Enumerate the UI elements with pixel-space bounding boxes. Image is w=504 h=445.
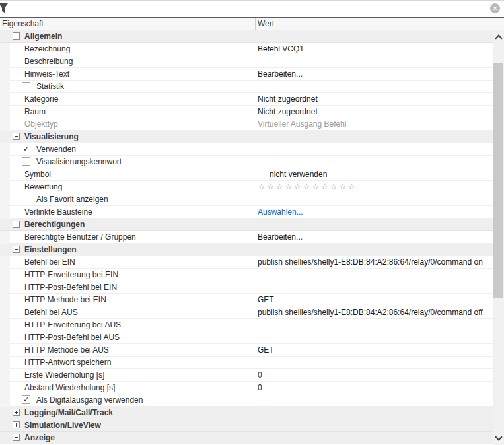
property-row-hinweis-text[interactable]: Hinweis-TextBearbeiten... bbox=[0, 68, 493, 81]
tree-gutter bbox=[0, 156, 10, 168]
value-cell[interactable]: GET bbox=[258, 344, 274, 356]
filter-input[interactable] bbox=[11, 1, 476, 17]
value-link[interactable]: Auswählen... bbox=[258, 206, 303, 218]
tree-gutter bbox=[0, 319, 10, 331]
property-row-bezeichnung[interactable]: BezeichnungBefehl VCQ1 bbox=[0, 43, 493, 55]
value-cell[interactable]: Bearbeiten... bbox=[258, 68, 303, 80]
tree-gutter bbox=[0, 331, 10, 344]
property-row-als-favorit-anzeigen[interactable]: Als Favorit anzeigen bbox=[0, 193, 493, 206]
clear-filter-icon[interactable]: × bbox=[490, 3, 500, 13]
property-row-raum[interactable]: RaumNicht zugeordnet bbox=[0, 106, 493, 118]
row-label: Einstellungen bbox=[24, 244, 77, 256]
star-rating[interactable]: ☆☆☆☆☆☆☆☆☆☆☆ bbox=[258, 181, 357, 192]
property-row-statistik[interactable]: Statistik bbox=[0, 81, 493, 93]
value-cell: Virtueller Ausgang Befehl bbox=[258, 118, 347, 130]
column-divider[interactable] bbox=[255, 18, 256, 30]
checkbox-als-favorit-anzeigen[interactable] bbox=[22, 195, 30, 203]
collapse-icon-anzeige[interactable] bbox=[13, 434, 20, 441]
value-cell[interactable]: Befehl VCQ1 bbox=[258, 43, 304, 55]
row-label: HTTP Methode bei AUS bbox=[24, 344, 109, 356]
property-rows: AllgemeinBezeichnungBefehl VCQ1Beschreib… bbox=[0, 30, 493, 445]
tree-gutter bbox=[0, 344, 10, 357]
tree-gutter bbox=[0, 118, 10, 131]
row-label: Objekttyp bbox=[24, 118, 58, 130]
row-label: Statistik bbox=[36, 81, 64, 92]
value-cell[interactable]: 0 bbox=[258, 382, 262, 394]
row-label: Als Favorit anzeigen bbox=[36, 193, 108, 205]
property-row-als-digitalausgang-verwenden[interactable]: Als Digitalausgang verwenden bbox=[0, 394, 493, 407]
property-row-befehl-bei-aus[interactable]: Befehl bei AUSpublish shellies/shelly1-E… bbox=[0, 306, 493, 319]
scroll-down-button[interactable] bbox=[493, 432, 504, 444]
value-cell[interactable]: publish shellies/shelly1-E8:DB:84:A2:86:… bbox=[258, 256, 483, 268]
row-label: Befehl bei AUS bbox=[24, 306, 78, 318]
row-label: HTTP-Erweiterung bei EIN bbox=[24, 269, 118, 281]
expand-icon-simulation-liveview[interactable] bbox=[13, 421, 20, 428]
row-label: HTTP-Erweiterung bei AUS bbox=[24, 319, 121, 331]
scrollbar-thumb[interactable] bbox=[493, 63, 503, 298]
row-label: Logging/Mail/Call/Track bbox=[24, 407, 113, 419]
row-label: Abstand Wiederholung [s] bbox=[24, 382, 115, 394]
property-row-http-methode-bei-aus[interactable]: HTTP Methode bei AUSGET bbox=[0, 344, 493, 357]
section-row-berechtigungen[interactable]: Berechtigungen bbox=[0, 219, 493, 231]
property-row-verlinkte-bausteine[interactable]: Verlinkte BausteineAuswählen... bbox=[0, 206, 493, 219]
checkbox-statistik[interactable] bbox=[22, 82, 30, 90]
property-row-http-erweiterung-bei-ein[interactable]: HTTP-Erweiterung bei EIN bbox=[0, 269, 493, 281]
expand-icon-logging-mail-call-track[interactable] bbox=[13, 409, 20, 416]
property-row-befehl-bei-ein[interactable]: Befehl bei EINpublish shellies/shelly1-E… bbox=[0, 256, 493, 269]
collapse-icon-berechtigungen[interactable] bbox=[13, 221, 20, 228]
property-row-http-methode-bei-ein[interactable]: HTTP Methode bei EINGET bbox=[0, 294, 493, 306]
property-row-berechtigte-benutzer-gruppen[interactable]: Berechtigte Benutzer / GruppenBearbeiten… bbox=[0, 231, 493, 244]
row-label: HTTP-Antwort speichern bbox=[24, 357, 111, 368]
section-row-simulation-liveview[interactable]: Simulation/LiveView bbox=[0, 419, 493, 432]
value-cell[interactable]: Nicht zugeordnet bbox=[258, 93, 318, 105]
value-cell[interactable]: Bearbeiten... bbox=[258, 231, 303, 243]
row-label: Bewertung bbox=[24, 181, 62, 193]
section-row-visualisierung[interactable]: Visualisierung bbox=[0, 131, 493, 143]
scroll-up-button[interactable] bbox=[493, 32, 504, 43]
row-label: Befehl bei EIN bbox=[24, 256, 75, 268]
section-row-anzeige[interactable]: Anzeige bbox=[0, 432, 493, 444]
tree-gutter bbox=[0, 55, 10, 68]
row-label: Anzeige bbox=[24, 432, 55, 444]
property-row-bewertung[interactable]: Bewertung☆☆☆☆☆☆☆☆☆☆☆ bbox=[0, 181, 493, 193]
row-label: Visualisierungskennwort bbox=[36, 156, 122, 168]
collapse-icon-visualisierung[interactable] bbox=[13, 133, 20, 140]
property-row-erste-wiederholung-s[interactable]: Erste Wiederholung [s]0 bbox=[0, 369, 493, 382]
section-row-logging-mail-call-track[interactable]: Logging/Mail/Call/Track bbox=[0, 407, 493, 419]
column-header-property[interactable]: Eigenschaft bbox=[2, 18, 44, 30]
property-row-abstand-wiederholung-s[interactable]: Abstand Wiederholung [s]0 bbox=[0, 382, 493, 394]
collapse-icon-einstellungen[interactable] bbox=[13, 246, 20, 253]
tree-gutter bbox=[0, 68, 10, 81]
filter-funnel-icon bbox=[0, 3, 9, 14]
row-label: Verwenden bbox=[36, 143, 76, 155]
row-label: Bezeichnung bbox=[24, 43, 70, 55]
property-row-objekttyp[interactable]: ObjekttypVirtueller Ausgang Befehl bbox=[0, 118, 493, 131]
property-row-visualisierungskennwort[interactable]: Visualisierungskennwort bbox=[0, 156, 493, 168]
property-row-symbol[interactable]: Symbolnicht verwenden bbox=[0, 168, 493, 181]
property-row-verwenden[interactable]: Verwenden bbox=[0, 143, 493, 156]
tree-gutter bbox=[0, 369, 10, 382]
tree-gutter bbox=[0, 394, 10, 407]
checkbox-verwenden[interactable] bbox=[22, 145, 30, 153]
vertical-scrollbar[interactable] bbox=[493, 30, 504, 445]
collapse-icon-allgemein[interactable] bbox=[13, 32, 20, 40]
value-cell[interactable]: 0 bbox=[258, 369, 262, 381]
property-row-http-antwort-speichern[interactable]: HTTP-Antwort speichern bbox=[0, 357, 493, 369]
tree-gutter bbox=[0, 143, 10, 156]
property-row-http-post-befehl-bei-ein[interactable]: HTTP-Post-Befehl bei EIN bbox=[0, 281, 493, 294]
property-row-http-erweiterung-bei-aus[interactable]: HTTP-Erweiterung bei AUS bbox=[0, 319, 493, 331]
value-cell[interactable]: Nicht zugeordnet bbox=[258, 106, 318, 118]
property-row-http-post-befehl-bei-aus[interactable]: HTTP-Post-Befehl bei AUS bbox=[0, 331, 493, 344]
section-row-allgemein[interactable]: Allgemein bbox=[0, 30, 493, 43]
property-row-kategorie[interactable]: KategorieNicht zugeordnet bbox=[0, 93, 493, 106]
value-cell[interactable]: nicht verwenden bbox=[270, 168, 327, 180]
column-header-value[interactable]: Wert bbox=[258, 18, 274, 30]
checkbox-als-digitalausgang-verwenden[interactable] bbox=[22, 395, 30, 404]
row-label: Kategorie bbox=[24, 93, 58, 105]
checkbox-visualisierungskennwort[interactable] bbox=[22, 157, 30, 166]
value-cell[interactable]: GET bbox=[258, 294, 274, 306]
section-row-einstellungen[interactable]: Einstellungen bbox=[0, 244, 493, 256]
tree-gutter bbox=[0, 382, 10, 394]
property-row-beschreibung[interactable]: Beschreibung bbox=[0, 55, 493, 68]
value-cell[interactable]: publish shellies/shelly1-E8:DB:84:A2:86:… bbox=[258, 306, 483, 318]
